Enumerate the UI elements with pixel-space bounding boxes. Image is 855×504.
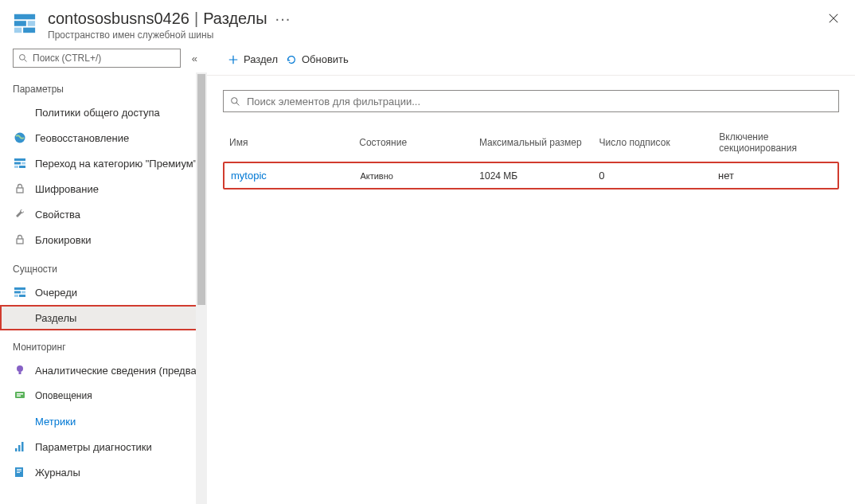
sidebar-item-shared-access-policies[interactable]: Политики общего доступа (0, 100, 207, 125)
svg-rect-27 (21, 442, 24, 451)
col-max-size[interactable]: Максимальный размер (476, 137, 596, 148)
filter-text-field[interactable] (247, 96, 832, 107)
table-row[interactable]: mytopic Активно 1024 МБ 0 нет (223, 162, 839, 189)
section-title: Разделы (203, 10, 267, 28)
svg-rect-29 (17, 469, 21, 470)
topics-table: Имя Состояние Максимальный размер Число … (223, 128, 839, 189)
nav-group-entities: Сущности (0, 252, 207, 279)
service-bus-icon (13, 11, 37, 35)
sidebar-item-insights[interactable]: Аналитические сведения (предварительная … (0, 357, 207, 383)
sidebar-item-locks[interactable]: Блокировки (0, 227, 207, 252)
lock-icon (13, 232, 27, 247)
alert-icon (13, 389, 27, 403)
svg-rect-11 (14, 166, 18, 168)
servicebus-icon (13, 285, 27, 299)
resource-name: contososbusns0426 (48, 10, 189, 28)
sidebar-search-input[interactable]: Поиск (CTRL+/) (13, 49, 181, 68)
sidebar-item-alerts[interactable]: Оповещения (0, 383, 207, 408)
svg-rect-1 (14, 21, 26, 26)
sidebar-item-encryption[interactable]: Шифрование (0, 176, 207, 201)
topic-max-size: 1024 МБ (476, 170, 595, 182)
svg-rect-2 (28, 21, 35, 26)
svg-rect-31 (17, 472, 20, 473)
svg-rect-18 (14, 295, 18, 297)
title-separator: | (194, 10, 198, 28)
collapse-sidebar-icon[interactable]: « (189, 51, 201, 66)
svg-rect-22 (15, 392, 25, 398)
col-partitioning[interactable]: Включение секционирования (716, 131, 836, 154)
svg-rect-14 (17, 239, 23, 244)
globe-icon (13, 131, 27, 145)
col-name[interactable]: Имя (226, 137, 356, 148)
svg-rect-3 (14, 28, 21, 33)
svg-rect-25 (15, 448, 18, 451)
refresh-icon (286, 54, 297, 65)
svg-rect-10 (21, 162, 25, 165)
topic-name-link[interactable]: mytopic (228, 170, 357, 182)
svg-point-20 (17, 365, 23, 372)
add-topic-button[interactable]: Раздел (223, 50, 283, 68)
nav-group-monitoring: Мониторинг (0, 330, 207, 357)
svg-rect-15 (14, 287, 25, 290)
wrench-icon (13, 207, 27, 221)
svg-rect-16 (14, 291, 21, 294)
sidebar-item-metrics[interactable]: Метрики (0, 408, 207, 434)
svg-rect-8 (14, 158, 25, 161)
svg-rect-30 (17, 471, 21, 471)
refresh-button[interactable]: Обновить (281, 50, 353, 68)
sidebar-scrollbar[interactable] (196, 72, 207, 504)
close-icon[interactable] (825, 10, 842, 27)
svg-rect-12 (19, 166, 25, 168)
topic-subscriptions: 0 (595, 170, 715, 182)
bulb-icon (13, 363, 27, 377)
toolbar: Раздел Обновить (207, 44, 855, 76)
col-subscriptions[interactable]: Число подписок (596, 137, 716, 148)
svg-point-5 (20, 55, 25, 61)
svg-rect-9 (14, 162, 21, 165)
filter-input[interactable] (223, 90, 839, 112)
search-placeholder: Поиск (CTRL+/) (33, 53, 101, 64)
lock-icon (13, 182, 27, 196)
sidebar-item-diagnostic-settings[interactable]: Параметры диагностики (0, 434, 207, 459)
svg-rect-0 (14, 14, 35, 20)
topic-state: Активно (357, 171, 476, 181)
svg-rect-23 (17, 393, 23, 395)
sidebar-item-queues[interactable]: Очереди (0, 279, 207, 305)
logs-icon (13, 465, 27, 479)
sidebar-item-properties[interactable]: Свойства (0, 201, 207, 227)
servicebus-icon (13, 156, 27, 170)
svg-rect-24 (17, 396, 21, 397)
svg-point-32 (232, 97, 237, 103)
col-state[interactable]: Состояние (356, 137, 476, 148)
svg-line-33 (236, 103, 239, 105)
resource-type-label: Пространство имен служебной шины (48, 29, 814, 41)
svg-rect-4 (23, 28, 35, 33)
sidebar-item-geo-recovery[interactable]: Геовосстановление (0, 125, 207, 150)
more-icon[interactable]: ··· (275, 10, 291, 28)
svg-rect-21 (19, 372, 21, 374)
svg-line-6 (25, 60, 27, 62)
search-icon (18, 53, 28, 63)
sidebar-item-logs[interactable]: Журналы (0, 459, 207, 485)
search-icon (230, 96, 240, 107)
sidebar-item-topics[interactable]: Разделы (0, 305, 207, 330)
svg-rect-17 (21, 291, 25, 294)
topic-partitioning: нет (715, 170, 834, 182)
diagnostics-icon (13, 440, 27, 454)
nav-group-parameters: Параметры (0, 72, 207, 100)
sidebar-nav: Параметры Политики общего доступа Геовос… (0, 72, 207, 501)
svg-rect-13 (17, 188, 23, 193)
svg-rect-26 (18, 445, 21, 451)
svg-rect-19 (19, 295, 25, 297)
sidebar-item-premium-migration[interactable]: Переход на категорию "Премиум" (0, 150, 207, 176)
plus-icon (228, 54, 239, 65)
